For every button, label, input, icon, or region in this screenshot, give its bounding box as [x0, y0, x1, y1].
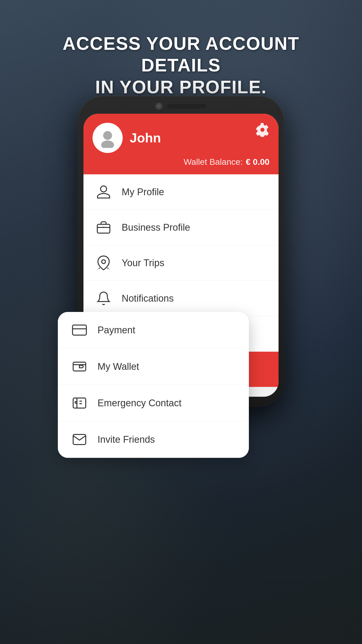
floating-menu-card: Payment My Wallet [58, 312, 249, 458]
app-header: John Wallet Balance: € 0.00 [83, 114, 279, 174]
user-info: John [93, 123, 161, 153]
app-header-top: John [93, 123, 269, 153]
envelope-icon [70, 430, 88, 449]
header-line2: IN YOUR PROFILE. [25, 76, 337, 98]
menu-item-my-profile[interactable]: My Profile [83, 174, 279, 210]
user-name: John [130, 130, 161, 145]
front-camera [155, 103, 162, 110]
wallet-balance-row: Wallet Balance: € 0.00 [93, 157, 269, 167]
menu-label-payment: Payment [98, 325, 135, 336]
wallet-amount: € 0.00 [246, 157, 269, 167]
phonebook-icon [70, 394, 88, 412]
wallet-icon [70, 357, 88, 376]
settings-button[interactable] [255, 123, 269, 138]
card-icon [70, 321, 88, 339]
menu-item-notifications[interactable]: Notifications [83, 281, 279, 316]
menu-item-my-wallet[interactable]: My Wallet [58, 348, 249, 385]
menu-label-emergency-contact: Emergency Contact [98, 398, 182, 409]
menu-label-my-profile: My Profile [122, 187, 164, 197]
svg-rect-8 [73, 325, 86, 335]
svg-point-0 [103, 131, 112, 140]
svg-rect-2 [97, 224, 110, 233]
briefcase-icon [95, 218, 113, 236]
svg-point-1 [101, 140, 114, 148]
menu-label-my-wallet: My Wallet [98, 361, 139, 372]
person-icon [95, 183, 113, 201]
map-icon [95, 254, 113, 272]
svg-point-11 [75, 401, 77, 404]
menu-label-notifications: Notifications [122, 293, 174, 304]
svg-point-5 [102, 260, 106, 264]
menu-item-business-profile[interactable]: Business Profile [83, 210, 279, 245]
avatar [93, 123, 123, 153]
wallet-label: Wallet Balance: [184, 157, 243, 167]
header-line1: ACCESS YOUR ACCOUNT DETAILS [25, 33, 337, 76]
menu-item-your-trips[interactable]: Your Trips [83, 245, 279, 281]
menu-item-invite-friends[interactable]: Invite Friends [58, 421, 249, 458]
page-header: ACCESS YOUR ACCOUNT DETAILS IN YOUR PROF… [0, 33, 362, 98]
menu-item-emergency-contact[interactable]: Emergency Contact [58, 385, 249, 421]
phone-top-bar [83, 103, 279, 110]
phone-mockup: John Wallet Balance: € 0.00 [78, 96, 284, 407]
phone-speaker [166, 103, 207, 109]
phone-outer-shell: John Wallet Balance: € 0.00 [78, 96, 284, 407]
menu-item-payment[interactable]: Payment [58, 312, 249, 348]
menu-label-your-trips: Your Trips [122, 258, 164, 268]
bell-icon [95, 289, 113, 307]
menu-label-invite-friends: Invite Friends [98, 434, 155, 445]
menu-label-business-profile: Business Profile [122, 222, 190, 233]
